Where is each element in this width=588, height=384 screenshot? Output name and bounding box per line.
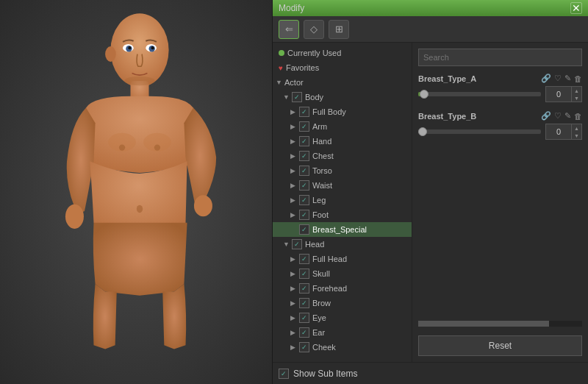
- chest-checkbox[interactable]: ✓: [299, 151, 309, 161]
- tree-item-currently-used[interactable]: Currently Used: [273, 46, 412, 60]
- tree-item-actor[interactable]: ▼ Actor: [273, 75, 412, 90]
- morph-a-row: ▲ ▼: [418, 86, 582, 102]
- tree-item-torso[interactable]: ▶ ✓ Torso: [273, 163, 412, 178]
- toolbar-btn-shape[interactable]: ◇: [304, 20, 324, 39]
- hand-label: Hand: [312, 137, 331, 146]
- currently-used-label: Currently Used: [287, 49, 341, 57]
- figure-container: [0, 0, 272, 384]
- tree-item-chest[interactable]: ▶ ✓ Chest: [273, 149, 412, 163]
- svg-point-16: [124, 77, 155, 86]
- eye-label: Eye: [312, 313, 326, 322]
- tree-item-cheek[interactable]: ▶ ✓ Cheek: [273, 340, 412, 355]
- tree-item-full-head[interactable]: ▶ ✓ Full Head: [273, 252, 412, 266]
- tree-item-brow[interactable]: ▶ ✓ Brow: [273, 296, 412, 310]
- morph-a-spinner-up[interactable]: ▲: [572, 87, 581, 94]
- tree-panel[interactable]: Currently Used ♥ Favorites ▼ Actor ▼ ✓ B…: [273, 43, 412, 362]
- tree-item-foot[interactable]: ▶ ✓ Foot: [273, 207, 412, 222]
- morph-b-heart-icon[interactable]: ♡: [554, 111, 562, 121]
- morph-b-slider[interactable]: [418, 129, 541, 134]
- reset-button[interactable]: Reset: [418, 335, 582, 356]
- tree-item-forehead[interactable]: ▶ ✓ Forehead: [273, 281, 412, 296]
- morph-a-edit-icon[interactable]: ✎: [564, 74, 571, 83]
- show-sub-items-checkbox[interactable]: ✓: [279, 369, 289, 379]
- properties-panel: Breast_Type_A 🔗 ♡ ✎ 🗑: [412, 43, 588, 362]
- morph-b-edit-icon[interactable]: ✎: [564, 111, 571, 121]
- morph-a-link-icon[interactable]: 🔗: [541, 74, 551, 83]
- ear-checkbox[interactable]: ✓: [299, 327, 309, 338]
- eye-checkbox[interactable]: ✓: [299, 313, 309, 323]
- morph-b-spinner-up[interactable]: ▲: [572, 124, 581, 132]
- breast-special-label: Breast_Special: [312, 225, 367, 234]
- tree-item-breast-special[interactable]: ✓ Breast_Special: [273, 222, 412, 237]
- breast-special-checkbox[interactable]: ✓: [299, 224, 309, 235]
- leg-checkbox[interactable]: ✓: [299, 195, 309, 205]
- body-checkbox[interactable]: ✓: [292, 92, 302, 102]
- favorites-label: Favorites: [286, 63, 319, 72]
- actor-label: Actor: [284, 78, 304, 87]
- morph-a-heart-icon[interactable]: ♡: [554, 74, 562, 83]
- morph-a-spinner-down[interactable]: ▼: [572, 94, 581, 102]
- morph-a-header: Breast_Type_A 🔗 ♡ ✎ 🗑: [418, 74, 582, 83]
- leg-arrow: ▶: [290, 196, 299, 204]
- toolbar-btn-grid[interactable]: ⊞: [329, 20, 349, 39]
- head-group-checkbox[interactable]: ✓: [292, 239, 302, 249]
- waist-arrow: ▶: [290, 182, 299, 189]
- grid-icon: ⊞: [335, 24, 343, 35]
- title-text: Modify: [279, 3, 304, 13]
- full-head-checkbox[interactable]: ✓: [299, 254, 309, 264]
- foot-checkbox[interactable]: ✓: [299, 210, 309, 220]
- morph-b-link-icon[interactable]: 🔗: [541, 111, 551, 121]
- forehead-checkbox[interactable]: ✓: [299, 283, 309, 294]
- tree-item-eye[interactable]: ▶ ✓ Eye: [273, 310, 412, 325]
- full-body-checkbox[interactable]: ✓: [299, 107, 309, 117]
- morph-a-value-input[interactable]: [545, 86, 572, 102]
- currently-used-dot: [279, 50, 284, 56]
- svg-point-8: [154, 144, 160, 150]
- morph-a-delete-icon[interactable]: 🗑: [574, 74, 582, 83]
- arm-label: Arm: [312, 122, 327, 131]
- waist-checkbox[interactable]: ✓: [299, 180, 309, 191]
- morph-a-icons: 🔗 ♡ ✎ 🗑: [541, 74, 582, 83]
- tree-item-body[interactable]: ▼ ✓ Body: [273, 90, 412, 104]
- svg-point-1: [105, 46, 116, 62]
- skull-checkbox[interactable]: ✓: [299, 269, 309, 279]
- morph-b-spinner-down[interactable]: ▼: [572, 132, 581, 139]
- svg-point-0: [110, 13, 168, 87]
- brow-arrow: ▶: [290, 299, 299, 307]
- morph-a-spinner[interactable]: ▲ ▼: [572, 86, 582, 102]
- viewport: [0, 0, 272, 384]
- morph-b-value-input[interactable]: [545, 124, 572, 140]
- tree-item-full-body[interactable]: ▶ ✓ Full Body: [273, 104, 412, 119]
- tree-item-head-group[interactable]: ▼ ✓ Head: [273, 237, 412, 252]
- waist-label: Waist: [312, 181, 332, 190]
- close-button[interactable]: ✕: [570, 2, 582, 14]
- morph-b-delete-icon[interactable]: 🗑: [574, 112, 582, 121]
- main-content: Currently Used ♥ Favorites ▼ Actor ▼ ✓ B…: [273, 43, 588, 362]
- tree-item-skull[interactable]: ▶ ✓ Skull: [273, 266, 412, 281]
- arm-checkbox[interactable]: ✓: [299, 121, 309, 132]
- forehead-label: Forehead: [312, 284, 347, 293]
- cheek-checkbox[interactable]: ✓: [299, 342, 309, 352]
- arm-arrow: ▶: [290, 123, 299, 130]
- toolbar-btn-back[interactable]: ⇐: [279, 20, 299, 39]
- morph-a-slider[interactable]: [418, 92, 541, 96]
- full-head-arrow: ▶: [290, 255, 299, 263]
- tree-item-favorites[interactable]: ♥ Favorites: [273, 60, 412, 75]
- tree-item-arm[interactable]: ▶ ✓ Arm: [273, 119, 412, 134]
- foot-arrow: ▶: [290, 211, 299, 218]
- tree-item-leg[interactable]: ▶ ✓ Leg: [273, 193, 412, 207]
- brow-label: Brow: [312, 299, 331, 307]
- panel-scroll-area[interactable]: [418, 321, 582, 327]
- body-label: Body: [305, 93, 323, 102]
- svg-point-7: [119, 144, 125, 150]
- morph-b-spinner[interactable]: ▲ ▼: [572, 124, 582, 140]
- torso-checkbox[interactable]: ✓: [299, 166, 309, 176]
- brow-checkbox[interactable]: ✓: [299, 298, 309, 308]
- cheek-label: Cheek: [312, 343, 336, 352]
- eye-arrow: ▶: [290, 314, 299, 321]
- search-input[interactable]: [418, 49, 582, 66]
- tree-item-ear[interactable]: ▶ ✓ Ear: [273, 325, 412, 340]
- hand-checkbox[interactable]: ✓: [299, 136, 309, 146]
- tree-item-waist[interactable]: ▶ ✓ Waist: [273, 178, 412, 193]
- tree-item-hand[interactable]: ▶ ✓ Hand: [273, 134, 412, 149]
